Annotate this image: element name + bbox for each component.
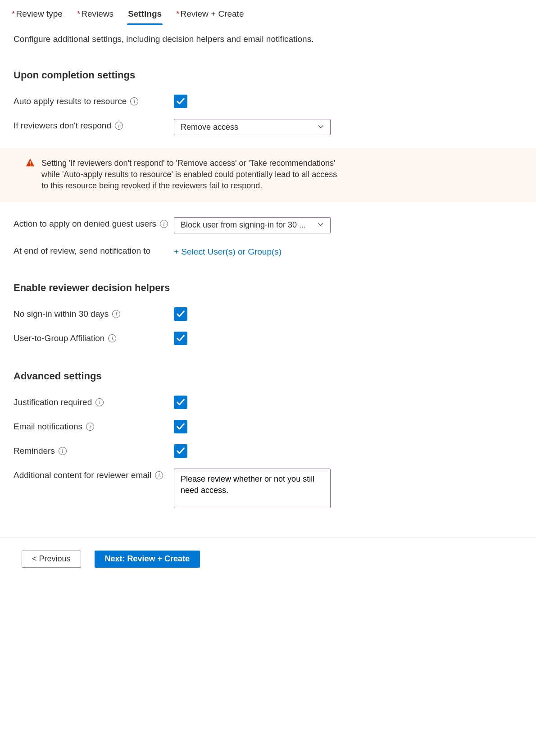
required-mark: * — [77, 9, 80, 18]
no-response-select[interactable]: Remove access — [174, 119, 331, 135]
advanced-section: Advanced settings Justification required… — [0, 370, 536, 510]
completion-section-2: Action to apply on denied guest users i … — [0, 217, 536, 257]
advanced-title: Advanced settings — [14, 370, 522, 382]
footer: < Previous Next: Review + Create — [0, 537, 536, 580]
info-icon[interactable]: i — [86, 423, 94, 431]
helpers-title: Enable reviewer decision helpers — [14, 282, 522, 294]
svg-rect-0 — [30, 161, 31, 164]
info-icon[interactable]: i — [108, 334, 116, 342]
required-mark: * — [176, 9, 179, 18]
checkmark-icon — [176, 446, 185, 455]
select-value: Remove access — [181, 123, 238, 132]
warning-banner: Setting 'If reviewers don't respond' to … — [0, 148, 536, 202]
user-group-checkbox[interactable] — [174, 332, 187, 345]
select-users-link[interactable]: + Select User(s) or Group(s) — [174, 244, 282, 257]
checkmark-icon — [176, 334, 185, 343]
info-icon[interactable]: i — [95, 398, 104, 406]
additional-content-label: Additional content for reviewer email — [14, 470, 151, 480]
tab-label: Reviews — [81, 9, 114, 18]
no-signin-label: No sign-in within 30 days — [14, 309, 109, 319]
email-notifications-checkbox[interactable] — [174, 420, 187, 433]
info-icon[interactable]: i — [59, 447, 67, 455]
tab-settings[interactable]: Settings — [127, 5, 163, 24]
completion-title: Upon completion settings — [14, 69, 522, 81]
email-notifications-label: Email notifications — [14, 422, 82, 432]
denied-guest-label: Action to apply on denied guest users — [14, 219, 156, 229]
no-signin-checkbox[interactable] — [174, 307, 187, 321]
reminders-checkbox[interactable] — [174, 444, 187, 458]
tab-reviews[interactable]: *Reviews — [76, 5, 114, 24]
info-icon[interactable]: i — [160, 220, 168, 228]
tab-bar: *Review type *Reviews Settings *Review +… — [0, 0, 536, 24]
justification-label: Justification required — [14, 397, 92, 407]
tab-review-create[interactable]: *Review + Create — [175, 5, 245, 24]
info-icon[interactable]: i — [130, 97, 138, 105]
info-icon[interactable]: i — [155, 471, 163, 479]
svg-rect-1 — [30, 165, 31, 166]
user-group-label: User-to-Group Affiliation — [14, 333, 104, 343]
chevron-down-icon — [318, 220, 324, 230]
denied-guest-select[interactable]: Block user from signing-in for 30 ... — [174, 217, 331, 233]
auto-apply-checkbox[interactable] — [174, 95, 187, 108]
info-icon[interactable]: i — [115, 122, 123, 130]
checkmark-icon — [176, 422, 185, 431]
reminders-label: Reminders — [14, 446, 55, 456]
checkmark-icon — [176, 398, 185, 407]
tab-label: Review + Create — [180, 9, 244, 18]
end-notify-label: At end of review, send notification to — [14, 246, 150, 256]
helpers-section: Enable reviewer decision helpers No sign… — [0, 282, 536, 345]
chevron-down-icon — [318, 123, 324, 132]
auto-apply-label: Auto apply results to resource — [14, 96, 127, 106]
next-button[interactable]: Next: Review + Create — [95, 551, 200, 568]
checkmark-icon — [176, 97, 185, 106]
tab-review-type[interactable]: *Review type — [11, 5, 64, 24]
tab-label: Settings — [128, 9, 162, 18]
no-response-label: If reviewers don't respond — [14, 121, 111, 131]
tab-label: Review type — [16, 9, 63, 18]
required-mark: * — [12, 9, 15, 18]
additional-content-textarea[interactable] — [174, 469, 331, 508]
previous-button[interactable]: < Previous — [22, 551, 81, 568]
warning-text: Setting 'If reviewers don't respond' to … — [41, 158, 339, 192]
page-description: Configure additional settings, including… — [0, 24, 536, 44]
completion-section: Upon completion settings Auto apply resu… — [0, 69, 536, 135]
info-icon[interactable]: i — [112, 310, 120, 318]
warning-icon — [25, 158, 35, 170]
select-value: Block user from signing-in for 30 ... — [181, 220, 306, 230]
checkmark-icon — [176, 310, 185, 319]
justification-checkbox[interactable] — [174, 396, 187, 409]
